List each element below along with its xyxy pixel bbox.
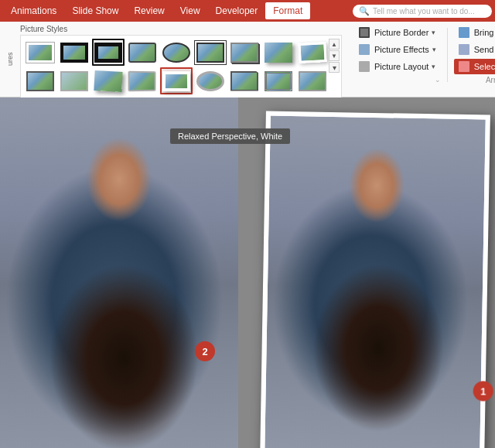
menu-bar: Animations Slide Show Review View Develo… [0, 0, 495, 22]
picture-layout-button[interactable]: Picture Layout ▾ [354, 59, 441, 74]
picture-layout-icon [359, 61, 370, 72]
menu-slideshow[interactable]: Slide Show [64, 2, 126, 19]
scroll-down-btn[interactable]: ▼ [329, 50, 340, 61]
photo-left: 2 [0, 97, 238, 448]
style-10[interactable] [24, 67, 56, 94]
style-relaxed-perspective[interactable] [160, 67, 193, 94]
picture-border-button[interactable]: Picture Border ▾ [354, 25, 441, 40]
picture-group-expander[interactable]: ⌄ [354, 76, 441, 84]
style-6[interactable] [194, 39, 227, 66]
photo-left-image [0, 97, 238, 448]
badge-1: 1 [473, 381, 493, 401]
picture-effects-icon [359, 44, 370, 55]
style-9[interactable] [296, 39, 329, 66]
style-7[interactable] [228, 39, 261, 66]
ribbon-divider-2 [447, 28, 448, 82]
picture-border-caret: ▾ [432, 29, 435, 36]
menu-view[interactable]: View [172, 2, 208, 19]
arrange-label: Arrange [454, 76, 495, 84]
picture-border-icon [359, 27, 370, 38]
bring-forward-label: Bring Forward [474, 28, 495, 37]
styles-section-label: Picture Styles [20, 25, 342, 33]
photo-right: 1 [260, 111, 490, 448]
selection-pane-button[interactable]: Selection Pane [454, 59, 495, 74]
style-11[interactable] [58, 67, 90, 94]
style-8[interactable] [262, 39, 295, 66]
photo-right-inner [265, 116, 486, 448]
picture-effects-caret: ▾ [432, 46, 436, 53]
style-17[interactable] [262, 67, 295, 94]
style-18[interactable] [296, 67, 329, 94]
style-12[interactable] [92, 67, 125, 94]
left-label: ures [6, 25, 14, 93]
selection-pane-label: Selection Pane [474, 62, 495, 71]
style-1[interactable] [24, 39, 56, 66]
picture-effects-button[interactable]: Picture Effects ▾ [354, 42, 441, 57]
scroll-arrows: ▲ ▼ ▾ [329, 39, 340, 73]
bring-forward-button[interactable]: Bring Forward ▾ [454, 25, 495, 40]
arrange-group: Bring Forward ▾ Send Backward ▾ Selectio… [454, 25, 495, 85]
menu-review[interactable]: Review [126, 2, 172, 19]
picture-layout-label: Picture Layout [374, 62, 428, 71]
ribbon: ures Picture Styles [0, 22, 495, 97]
style-2[interactable] [58, 39, 90, 66]
picture-effects-label: Picture Effects [374, 45, 429, 54]
badge-2: 2 [195, 341, 215, 361]
menu-animations[interactable]: Animations [3, 2, 64, 19]
style-16[interactable] [228, 67, 261, 94]
send-backward-label: Send Backward [474, 45, 495, 54]
style-15[interactable] [194, 67, 227, 94]
send-backward-icon [459, 44, 469, 55]
style-5[interactable] [160, 39, 193, 66]
search-placeholder: Tell me what you want to do... [373, 7, 475, 15]
selection-pane-icon [459, 61, 469, 72]
style-4[interactable] [126, 39, 159, 66]
scroll-more-btn[interactable]: ▾ [329, 62, 340, 73]
menu-format[interactable]: Format [265, 2, 310, 19]
slide-area: 2 1 [0, 97, 495, 448]
picture-border-label: Picture Border [374, 28, 428, 37]
send-backward-button[interactable]: Send Backward ▾ [454, 42, 495, 57]
ribbon-right: Picture Border ▾ Picture Effects ▾ Pictu… [354, 25, 495, 85]
scroll-up-btn[interactable]: ▲ [329, 39, 340, 50]
search-icon: 🔍 [359, 6, 370, 16]
menu-developer[interactable]: Developer [208, 2, 266, 19]
photo-right-image [265, 116, 486, 448]
picture-group: Picture Border ▾ Picture Effects ▾ Pictu… [354, 25, 441, 85]
style-13[interactable] [126, 67, 159, 94]
style-3[interactable] [92, 39, 125, 66]
picture-layout-caret: ▾ [432, 63, 435, 70]
bring-forward-icon [459, 27, 469, 38]
search-bar[interactable]: 🔍 Tell me what you want to do... [353, 5, 492, 18]
